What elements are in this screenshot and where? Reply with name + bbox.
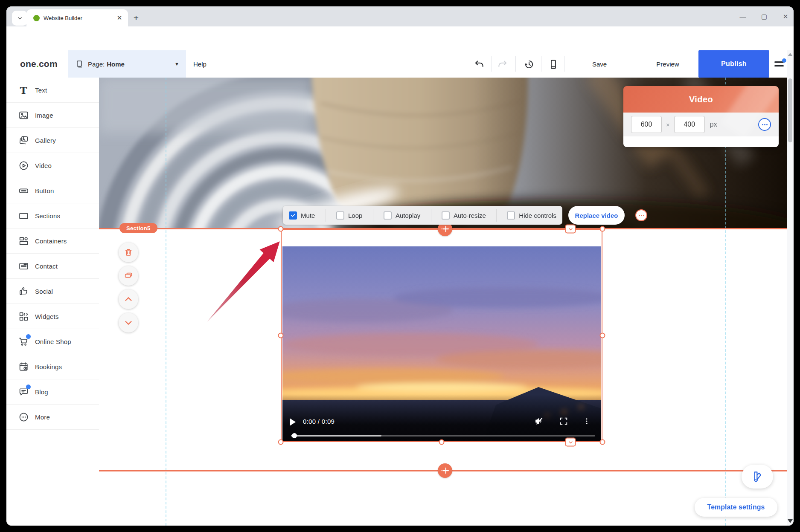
resize-handle[interactable] <box>600 333 605 338</box>
redo-icon <box>496 58 509 71</box>
divider <box>564 56 564 72</box>
collapse-section-handle[interactable] <box>565 225 576 234</box>
close-icon[interactable]: ✕ <box>781 13 790 20</box>
hide-controls-checkbox[interactable] <box>507 211 515 220</box>
publish-button[interactable]: Publish <box>698 50 769 78</box>
sidebar-item-contact[interactable]: Contact <box>6 254 99 279</box>
sidebar-item-more[interactable]: More <box>6 405 99 430</box>
page-selector[interactable]: Page: Home ▼ <box>68 50 186 78</box>
sidebar-item-image[interactable]: Image <box>6 103 99 128</box>
sidebar-item-social[interactable]: Social <box>6 279 99 304</box>
collapse-element-handle[interactable] <box>565 438 576 447</box>
sidebar-item-blog[interactable]: Blog <box>6 379 99 405</box>
divider <box>373 209 373 222</box>
builder-header: one.com Page: Home ▼ Help Save Preview P… <box>6 50 794 78</box>
sidebar-item-widgets[interactable]: Widgets <box>6 304 99 329</box>
tab-search-chevron-icon[interactable] <box>12 11 27 26</box>
tab-title: Website Builder <box>44 15 115 21</box>
sidebar-item-online-shop[interactable]: Online Shop <box>6 329 99 354</box>
tab-close-icon[interactable]: ✕ <box>115 14 124 22</box>
tab-favicon <box>33 15 40 21</box>
more-ellipsis-icon <box>18 411 29 422</box>
widget-sidebar: T Text Image Gallery Video Button Sectio… <box>6 78 99 526</box>
option-loop[interactable]: Loop <box>336 211 362 220</box>
blog-icon <box>18 386 29 397</box>
sidebar-item-sections[interactable]: Sections <box>6 203 99 228</box>
scrollbar[interactable] <box>787 50 794 526</box>
video-settings-panel: Video × px <box>623 86 779 147</box>
move-up-button[interactable] <box>119 289 138 309</box>
option-mute[interactable]: Mute <box>289 211 315 220</box>
unit-label: px <box>710 121 717 128</box>
history-icon[interactable] <box>523 58 535 71</box>
maximize-icon[interactable]: ▢ <box>759 13 769 20</box>
new-tab-button[interactable]: + <box>130 12 143 24</box>
delete-button[interactable] <box>119 243 138 262</box>
resize-handle[interactable] <box>278 333 284 338</box>
scroll-up-icon[interactable] <box>788 53 793 56</box>
annotation-arrow <box>197 231 385 329</box>
video-options-bar: Mute Loop Autoplay Auto-resize Hide cont… <box>283 206 562 225</box>
preview-button[interactable]: Preview <box>646 50 689 78</box>
mobile-preview-icon[interactable] <box>547 58 560 71</box>
minimize-icon[interactable]: — <box>738 13 748 20</box>
option-autoplay[interactable]: Autoplay <box>384 211 420 220</box>
resize-handle[interactable] <box>278 439 284 445</box>
mute-checkbox[interactable] <box>289 211 297 220</box>
divider <box>515 56 516 72</box>
template-settings-button[interactable]: Template settings <box>695 498 777 517</box>
divider <box>633 56 633 72</box>
more-options-icon[interactable] <box>635 209 647 221</box>
duplicate-button[interactable] <box>119 266 138 286</box>
option-auto-resize[interactable]: Auto-resize <box>442 211 486 220</box>
notification-dot <box>26 334 31 339</box>
add-section-button[interactable] <box>438 463 452 478</box>
option-hide-controls[interactable]: Hide controls <box>507 211 556 220</box>
loop-checkbox[interactable] <box>336 211 344 220</box>
contact-icon <box>18 260 29 272</box>
sidebar-item-video[interactable]: Video <box>6 153 99 178</box>
panel-header[interactable]: Video <box>623 86 779 113</box>
move-down-button[interactable] <box>119 313 138 332</box>
autoplay-checkbox[interactable] <box>384 211 392 220</box>
divider <box>326 209 326 222</box>
resize-handle[interactable] <box>600 439 605 445</box>
bookings-calendar-icon <box>18 361 29 372</box>
one-com-logo: one.com <box>20 59 58 69</box>
resize-handle[interactable] <box>439 439 445 445</box>
page-dropdown-caret-icon: ▼ <box>175 61 179 66</box>
panel-footer <box>623 136 779 147</box>
sidebar-item-gallery[interactable]: Gallery <box>6 128 99 153</box>
image-icon <box>18 110 29 121</box>
browser-tab[interactable]: Website Builder ✕ <box>26 9 128 26</box>
auto-resize-checkbox[interactable] <box>442 211 450 220</box>
page-icon <box>75 60 84 68</box>
help-button[interactable]: Help <box>193 50 207 78</box>
height-input[interactable] <box>674 116 705 133</box>
resize-handle[interactable] <box>600 226 605 232</box>
gallery-icon <box>18 135 29 146</box>
width-input[interactable] <box>631 116 662 133</box>
palette-swatch-icon <box>751 470 764 483</box>
builder-menu-icon[interactable] <box>774 60 786 69</box>
replace-video-button[interactable]: Replace video <box>568 206 625 225</box>
browser-toolbar <box>6 26 794 50</box>
sidebar-item-text[interactable]: T Text <box>6 78 99 103</box>
sidebar-item-button[interactable]: Button <box>6 178 99 203</box>
scrollbar-thumb[interactable] <box>788 78 792 142</box>
panel-more-options-icon[interactable] <box>758 118 771 131</box>
sidebar-item-bookings[interactable]: Bookings <box>6 354 99 379</box>
divider <box>541 56 541 72</box>
divider <box>496 209 497 222</box>
section-label: Section5 <box>119 223 157 233</box>
sections-icon <box>18 210 29 221</box>
times-symbol: × <box>666 121 670 128</box>
scroll-down-icon[interactable] <box>788 519 793 523</box>
undo-icon[interactable] <box>473 58 486 71</box>
resize-handle[interactable] <box>278 226 284 232</box>
page-value: Home <box>107 61 125 68</box>
notification-dot <box>26 385 31 389</box>
template-style-button[interactable] <box>742 465 773 489</box>
sidebar-item-containers[interactable]: Containers <box>6 228 99 254</box>
save-button[interactable]: Save <box>578 50 621 78</box>
